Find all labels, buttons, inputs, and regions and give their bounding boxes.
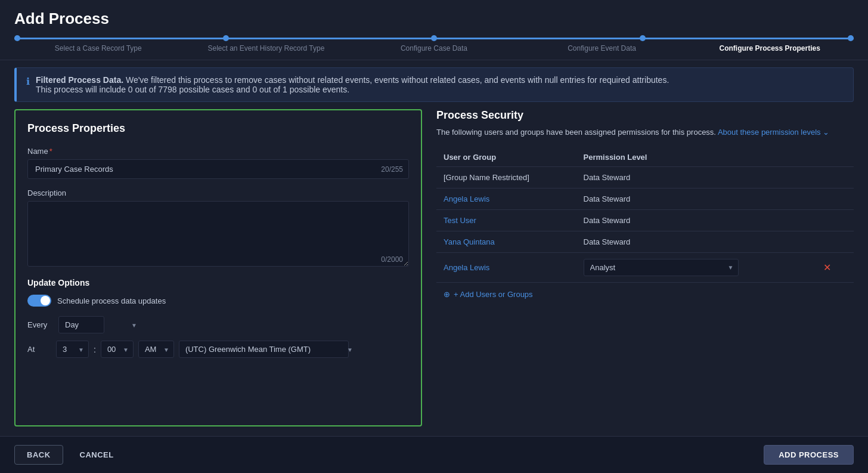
footer-left: BACK CANCEL — [14, 445, 123, 465]
user-test-user: Test User — [436, 209, 576, 231]
name-input[interactable] — [27, 159, 409, 179]
banner-text: We've filtered this process to remove ca… — [126, 75, 669, 85]
description-field-group: Description 0/2000 — [27, 188, 409, 268]
user-name-restricted: [Group Name Restricted] — [436, 166, 576, 188]
col-permission: Permission Level — [576, 148, 813, 167]
step-label-3[interactable]: Configure Case Data — [350, 44, 518, 52]
permission-levels-link[interactable]: About these permission levels — [718, 128, 821, 137]
ampm-select-wrapper: AMPM — [138, 341, 174, 358]
banner-bold: Filtered Process Data. — [36, 75, 123, 85]
user-yana-quintana: Yana Quintana — [436, 231, 576, 252]
process-properties-title: Process Properties — [27, 122, 409, 135]
name-label: Name* — [27, 147, 409, 156]
add-users-icon: ⊕ — [444, 290, 450, 299]
user-angela-lewis-2: Angela Lewis — [436, 252, 576, 282]
security-table: User or Group Permission Level [Group Na… — [436, 148, 854, 283]
process-security-panel: Process Security The following users and… — [436, 109, 854, 426]
step-label-1[interactable]: Select a Case Record Type — [14, 44, 182, 52]
minute-select[interactable]: 00153045 — [101, 341, 134, 358]
banner-text-container: Filtered Process Data. We've filtered th… — [36, 75, 669, 94]
description-label: Description — [27, 188, 409, 197]
hour-select[interactable]: 3 12456 789101112 — [56, 341, 89, 358]
desc-wrapper: 0/2000 — [27, 201, 409, 268]
page-title: Add Process — [14, 10, 854, 28]
process-properties-panel: Process Properties Name* 20/255 Descript… — [14, 109, 422, 426]
user-angela-lewis-1: Angela Lewis — [436, 188, 576, 209]
timezone-select[interactable]: (UTC) Greenwich Mean Time (GMT) (UTC-05:… — [179, 341, 349, 358]
step-label-4[interactable]: Configure Event Data — [518, 44, 686, 52]
every-select[interactable]: Day Week Month — [58, 316, 104, 333]
table-row: Angela Lewis Analyst Data Steward Viewer… — [436, 252, 854, 282]
name-input-wrapper: 20/255 — [27, 159, 409, 179]
add-users-label: + Add Users or Groups — [454, 290, 533, 299]
every-label: Every — [27, 320, 51, 329]
step-label-2[interactable]: Select an Event History Record Type — [182, 44, 351, 52]
update-options-group: Update Options Schedule process data upd… — [27, 278, 409, 358]
permission-analyst-cell: Analyst Data Steward Viewer — [576, 252, 813, 282]
hour-select-wrapper: 3 12456 789101112 — [56, 341, 89, 358]
minute-select-wrapper: 00153045 — [101, 341, 134, 358]
step-dot-3 — [431, 35, 437, 41]
add-process-button[interactable]: ADD PROCESS — [764, 445, 854, 465]
permission-data-steward-1: Data Steward — [576, 166, 813, 188]
security-desc: The following users and groups have been… — [436, 126, 854, 138]
at-row: At 3 12456 789101112 : 00153045 — [27, 341, 409, 358]
col-user: User or Group — [436, 148, 576, 167]
name-field-group: Name* 20/255 — [27, 147, 409, 179]
update-options-title: Update Options — [27, 278, 409, 287]
every-row: Every Day Week Month — [27, 316, 409, 333]
main-content: Process Properties Name* 20/255 Descript… — [0, 109, 868, 436]
back-button[interactable]: BACK — [14, 445, 63, 465]
steps-labels: Select a Case Record Type Select an Even… — [14, 44, 854, 52]
step-label-5[interactable]: Configure Process Properties — [686, 44, 854, 52]
info-banner: ℹ Filtered Process Data. We've filtered … — [14, 67, 854, 102]
security-title: Process Security — [436, 109, 854, 122]
timezone-select-wrapper: (UTC) Greenwich Mean Time (GMT) (UTC-05:… — [179, 341, 358, 358]
at-label: At — [27, 345, 51, 354]
toggle-label: Schedule process data updates — [57, 296, 166, 305]
footer: BACK CANCEL ADD PROCESS — [0, 436, 868, 473]
add-users-row[interactable]: ⊕ + Add Users or Groups — [436, 283, 854, 306]
step-dot-2 — [223, 35, 229, 41]
cancel-button[interactable]: CANCEL — [70, 445, 123, 465]
permission-data-steward-2: Data Steward — [576, 188, 813, 209]
step-dot-1 — [14, 35, 20, 41]
progress-bar-container — [14, 38, 854, 39]
table-row: Test User Data Steward — [436, 209, 854, 231]
table-row: Yana Quintana Data Steward — [436, 231, 854, 252]
desc-char-count: 0/2000 — [381, 255, 403, 264]
permission-data-steward-3: Data Steward — [576, 209, 813, 231]
chevron-down-icon: ⌄ — [823, 128, 829, 137]
banner-line-2: This process will include 0 out of 7798 … — [36, 85, 669, 94]
schedule-toggle[interactable] — [27, 295, 51, 307]
table-row: [Group Name Restricted] Data Steward — [436, 166, 854, 188]
step-dot-5 — [848, 35, 854, 41]
step-dot-4 — [640, 35, 646, 41]
delete-row-button[interactable]: ✕ — [820, 261, 835, 274]
info-icon: ℹ — [26, 76, 30, 87]
header: Add Process Select a Case Record Type Se… — [0, 0, 868, 60]
banner-line-1: Filtered Process Data. We've filtered th… — [36, 75, 669, 85]
step-dots — [14, 35, 854, 41]
permission-select[interactable]: Analyst Data Steward Viewer — [584, 259, 739, 276]
every-select-wrapper: Day Week Month — [58, 316, 142, 333]
table-row: Angela Lewis Data Steward — [436, 188, 854, 209]
permission-select-wrapper: Analyst Data Steward Viewer — [584, 259, 739, 276]
ampm-select[interactable]: AMPM — [138, 341, 174, 358]
description-input[interactable] — [27, 201, 409, 267]
time-colon: : — [94, 345, 96, 354]
name-char-count: 20/255 — [381, 165, 403, 174]
permission-data-steward-4: Data Steward — [576, 231, 813, 252]
toggle-row: Schedule process data updates — [27, 295, 409, 307]
